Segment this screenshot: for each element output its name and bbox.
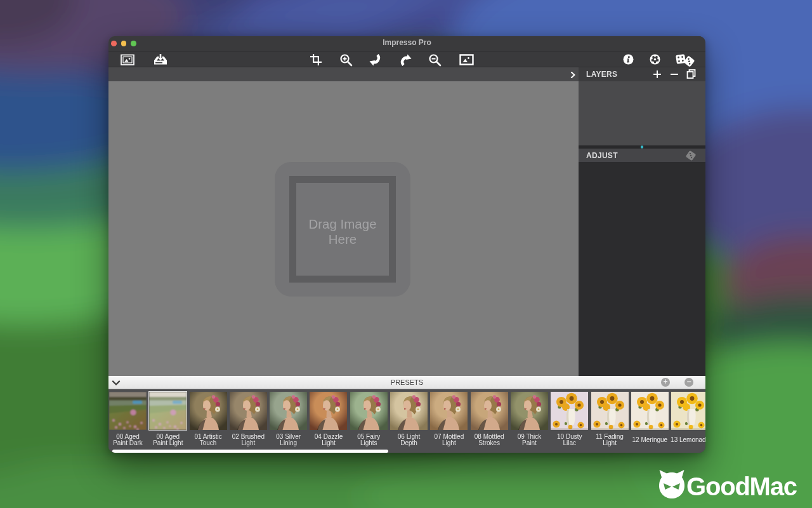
svg-text:GoodMac: GoodMac — [686, 472, 797, 500]
